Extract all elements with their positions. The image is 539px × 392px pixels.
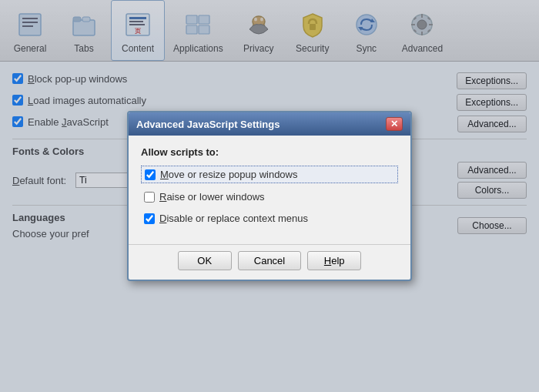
modal-titlebar: Advanced JavaScript Settings ✕ [129, 112, 410, 136]
cancel-button[interactable]: Cancel [238, 251, 301, 270]
move-resize-row: Move or resize popup windows [141, 166, 398, 183]
modal-overlay: Advanced JavaScript Settings ✕ Allow scr… [0, 0, 539, 392]
advanced-js-dialog: Advanced JavaScript Settings ✕ Allow scr… [127, 111, 412, 281]
modal-close-button[interactable]: ✕ [386, 117, 403, 131]
raise-lower-label: Raise or lower windows [159, 191, 265, 203]
modal-subtitle: Allow scripts to: [141, 146, 398, 158]
help-button[interactable]: Help [307, 251, 361, 270]
modal-title: Advanced JavaScript Settings [136, 119, 280, 130]
move-resize-label: Move or resize popup windows [160, 169, 298, 180]
raise-lower-row: Raise or lower windows [141, 189, 398, 205]
modal-footer: OK Cancel Help [129, 244, 410, 280]
move-resize-checkbox[interactable] [145, 169, 156, 180]
disable-context-row: Disable or replace context menus [141, 210, 398, 226]
ok-button[interactable]: OK [178, 251, 232, 270]
disable-context-checkbox[interactable] [144, 213, 155, 224]
disable-context-label: Disable or replace context menus [159, 213, 308, 224]
modal-body: Allow scripts to: Move or resize popup w… [129, 136, 410, 240]
raise-lower-checkbox[interactable] [144, 192, 155, 203]
